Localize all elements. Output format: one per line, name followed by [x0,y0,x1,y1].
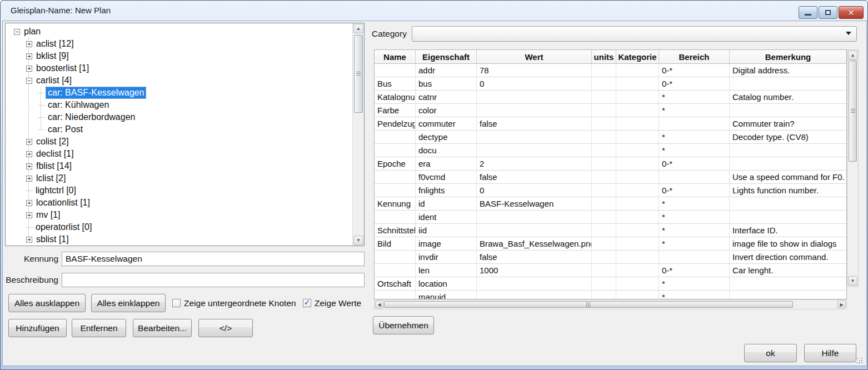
table-cell[interactable]: 0-* [659,77,730,91]
table-cell[interactable]: dectype [416,131,477,144]
table-cell[interactable]: len [416,264,477,277]
expand-all-button[interactable]: Alles ausklappen [8,294,86,312]
table-cell[interactable]: Commuter train? [730,117,846,131]
tree-item-operatorlist-0[interactable]: operatorlist [0] [6,221,352,233]
tree-item-declist-1[interactable]: +declist [1] [6,148,352,160]
table-cell[interactable]: Catalog number. [730,91,846,104]
tree-item-aclist-12[interactable]: +aclist [12] [6,38,352,50]
table-cell[interactable] [592,117,616,131]
table-cell[interactable] [375,144,416,157]
table-cell[interactable]: Katalognummer [375,91,416,104]
tree-item-label[interactable]: car: BASF-Kesselwagen [46,87,146,98]
show-values-checkbox[interactable] [303,299,311,307]
table-cell[interactable]: Brawa_Basf_Kesselwagen.png [477,237,592,251]
table-cell[interactable]: manuid [416,291,477,299]
table-cell[interactable]: id [416,197,477,211]
table-cell[interactable]: Interface ID. [730,224,846,237]
table-cell[interactable]: Pendelzug [375,117,416,131]
table-cell[interactable]: Decoder type. (CV8) [730,131,846,144]
table-cell[interactable]: 0-* [659,184,730,197]
table-hscrollbar-thumb[interactable] [384,301,793,308]
tree-expand-icon[interactable]: + [26,139,32,145]
table-cell[interactable] [616,237,659,251]
tree-item-mv-1[interactable]: +mv [1] [6,209,352,221]
table-cell[interactable]: * [659,224,730,237]
table-cell[interactable] [477,277,592,291]
tree-expand-icon[interactable]: + [26,237,32,243]
tree-item-car-k-hlwagen[interactable]: car: Kühlwagen [6,99,352,111]
tree-item-label[interactable]: bklist [9] [34,51,71,62]
table-row-bus[interactable]: Busbus00-* [375,77,846,91]
table-cell[interactable]: 0 [477,77,592,91]
table-row-commuter[interactable]: PendelzugcommuterfalseCommuter train? [375,117,846,131]
column-header-kategorie[interactable]: Kategorie [616,50,659,64]
scroll-up-icon[interactable]: ▲ [848,51,857,60]
table-scrollbar-vertical[interactable]: ▲ ▼ [847,49,859,287]
table-cell[interactable]: 0 [477,184,592,197]
table-cell[interactable] [616,171,659,184]
tree-item-label[interactable]: boosterlist [1] [34,63,91,74]
table-cell[interactable] [375,171,416,184]
table-cell[interactable] [616,224,659,237]
table-cell[interactable] [592,91,616,104]
minimize-button[interactable] [799,6,817,19]
table-cell[interactable]: * [659,91,730,104]
column-header-units[interactable]: units [592,50,616,64]
table-cell[interactable]: Schnittstelle [375,224,416,237]
table-cell[interactable]: Invert direction command. [730,251,846,264]
table-cell[interactable] [592,224,616,237]
tree-item-label[interactable]: colist [2] [34,136,71,147]
table-cell[interactable]: location [416,277,477,291]
table-row-location[interactable]: Ortschaftlocation* [375,277,846,291]
table-cell[interactable] [616,277,659,291]
table-cell[interactable]: * [659,197,730,211]
table-cell[interactable]: 78 [477,64,592,77]
table-cell[interactable]: Use a speed command for F0. [730,171,846,184]
table-cell[interactable] [730,291,846,299]
table-cell[interactable]: 0-* [659,264,730,277]
tree-item-plan[interactable]: −plan [6,26,352,38]
table-cell[interactable] [730,211,846,224]
table-cell[interactable] [616,197,659,211]
table-cell[interactable] [592,251,616,264]
table-cell[interactable] [592,104,616,117]
tree-item-car-niederbordwagen[interactable]: car: Niederbordwagen [6,111,352,123]
table-cell[interactable] [477,131,592,144]
table-row-addr[interactable]: addr780-*Digital address. [375,64,846,77]
table-cell[interactable] [592,277,616,291]
tree-item-locationlist-1[interactable]: +locationlist [1] [6,197,352,209]
tree-collapse-icon[interactable]: − [14,29,20,35]
table-cell[interactable] [616,131,659,144]
tree-item-label[interactable]: fblist [14] [34,161,73,172]
table-row-color[interactable]: Farbecolor* [375,104,846,117]
table-row-manuid[interactable]: manuid* [375,291,846,299]
column-header-bemerkung[interactable]: Bemerkung [730,50,847,64]
resize-grip-icon[interactable] [856,357,864,365]
table-cell[interactable]: docu [416,144,477,157]
table-cell[interactable] [592,171,616,184]
column-header-bereich[interactable]: Bereich [659,50,730,64]
tree-item-boosterlist-1[interactable]: +boosterlist [1] [6,62,352,74]
scroll-right-icon[interactable]: ▶ [837,301,846,308]
code-button[interactable]: </> [198,319,253,337]
table-cell[interactable] [616,117,659,131]
table-row-image[interactable]: BildimageBrawa_Basf_Kesselwagen.png*imag… [375,237,846,251]
column-header-eigenschaft[interactable]: Eigenschaft [416,50,477,64]
table-row-fnlights[interactable]: fnlights00-*Lights function number. [375,184,846,197]
close-button[interactable]: ✕ [839,6,864,19]
table-cell[interactable] [659,117,730,131]
table-row-f0vcmd[interactable]: f0vcmdfalseUse a speed command for F0. [375,171,846,184]
table-cell[interactable] [592,77,616,91]
tree-item-label[interactable]: aclist [12] [34,38,76,49]
table-cell[interactable] [592,157,616,171]
table-cell[interactable] [616,211,659,224]
table-vscrollbar-thumb[interactable] [849,61,857,162]
table-cell[interactable]: fnlights [416,184,477,197]
table-cell[interactable]: Farbe [375,104,416,117]
tree-expand-icon[interactable]: + [26,66,32,72]
table-cell[interactable]: 2 [477,157,592,171]
table-cell[interactable]: false [477,117,592,131]
table-cell[interactable]: image file to show in dialogs [730,237,846,251]
table-cell[interactable]: f0vcmd [416,171,477,184]
tree-item-car-basf-kesselwagen[interactable]: car: BASF-Kesselwagen [6,87,352,99]
